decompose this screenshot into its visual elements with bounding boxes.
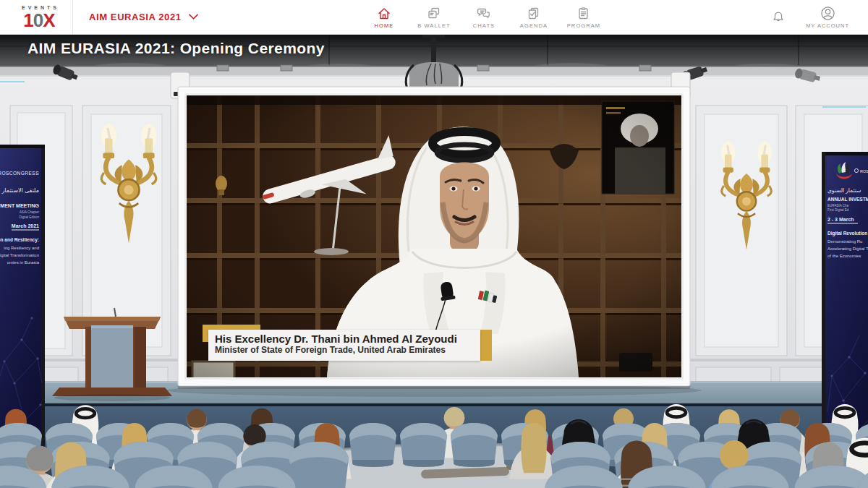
banner-text: ROSCONGRESS <box>0 171 39 176</box>
banner-text: Digital Edition <box>19 215 39 219</box>
nav-item-b-wallet[interactable]: B WALLET <box>415 6 453 29</box>
home-icon <box>376 6 392 21</box>
event-selector-label: AIM EURASIA 2021 <box>89 12 182 22</box>
banner-text: ROSC <box>860 169 868 174</box>
main-nav: HOME B WALLET CHATS AGENDA PROGRAM <box>365 0 603 35</box>
events-10x-logo[interactable]: EVENTS 10X <box>19 5 59 30</box>
account-icon <box>820 5 836 22</box>
banner-text: March 2021 <box>12 223 39 228</box>
wallet-icon <box>426 6 442 21</box>
account-label: MY ACCOUNT <box>806 22 849 29</box>
banner-text: omies in Eurasia <box>7 260 40 265</box>
chevron-down-icon <box>189 14 198 20</box>
banner-text: ستثمار السنوي <box>827 187 861 194</box>
header-right: MY ACCOUNT <box>771 5 849 29</box>
session-title: AIM EURASIA 2021: Opening Ceremony <box>27 40 325 57</box>
chats-icon <box>476 6 492 21</box>
my-account-button[interactable]: MY ACCOUNT <box>806 5 849 29</box>
banner-text: ANNUAL INVESTME <box>827 197 868 202</box>
nav-item-agenda[interactable]: AGENDA <box>515 6 553 29</box>
nav-item-chats[interactable]: CHATS <box>465 6 503 29</box>
nav-item-program[interactable]: PROGRAM <box>565 6 603 29</box>
banner-text: ASIA Chapter <box>20 210 40 214</box>
banner-text: tion and Resiliency: <box>0 237 39 243</box>
banner-text: igital Transformation <box>0 253 39 257</box>
virtual-event-app: EVENTS 10X AIM EURASIA 2021 HOME B WALLE… <box>0 0 868 488</box>
banner-text: ing Resiliency and <box>4 246 39 250</box>
logo-10x-text: 10X <box>23 11 54 30</box>
auditorium-scene: ROSCONGRESS ملتقى الاستثمار ESTMENT MEET… <box>0 35 868 488</box>
banner-text: of the Economies <box>827 254 861 258</box>
speaker-title: Minister of State of Foreign Trade, Unit… <box>215 345 474 356</box>
banner-text: ملتقى الاستثمار <box>1 187 39 194</box>
bell-icon <box>771 9 786 25</box>
banner-text: Demonstrating Ro <box>827 239 863 244</box>
nav-label: PROGRAM <box>567 22 600 29</box>
program-icon <box>576 6 592 21</box>
header: EVENTS 10X AIM EURASIA 2021 HOME B WALLE… <box>0 0 868 35</box>
banner-text: EURASIA Cha <box>827 204 849 207</box>
banner-text: 2 - 3 March <box>827 217 854 222</box>
agenda-icon <box>526 6 542 21</box>
speaker-lower-third: His Excellency Dr. Thani bin Ahmed Al Ze… <box>208 330 480 361</box>
banner-text: Digital Revolution a <box>827 231 868 236</box>
nav-item-home[interactable]: HOME <box>365 6 403 29</box>
banner-text: ESTMENT MEETING <box>0 203 40 208</box>
nav-label: B WALLET <box>417 22 451 29</box>
nav-label: HOME <box>375 22 394 29</box>
nav-label: AGENDA <box>520 22 548 29</box>
banner-text: First Digital Ed <box>827 208 849 212</box>
notifications-button[interactable] <box>771 9 786 25</box>
nav-label: CHATS <box>473 22 495 29</box>
speaker-name: His Excellency Dr. Thani bin Ahmed Al Ze… <box>215 333 474 345</box>
caption-gold-accent <box>480 330 492 361</box>
banner-text: Accelerating Digital T <box>827 247 868 251</box>
event-selector[interactable]: AIM EURASIA 2021 <box>72 0 198 35</box>
